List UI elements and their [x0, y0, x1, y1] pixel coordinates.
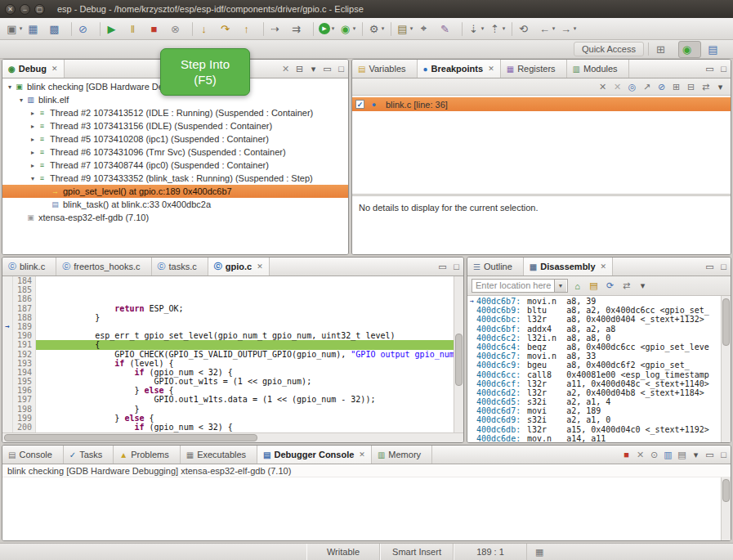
disassembly-row[interactable]: 400dc6d5: s32i a2, a1, 4 [467, 397, 721, 406]
view-menu-icon[interactable]: ▾ [306, 61, 320, 76]
remove-all-breakpoints-icon[interactable]: ✕ [610, 79, 624, 94]
expander-icon[interactable]: ▸ [29, 149, 37, 156]
tab-gpio-c[interactable]: ⓒ gpio.c ✕ [208, 258, 270, 276]
tab-freertos-hooks-c[interactable]: ⓒ freertos_hooks.c [56, 258, 151, 276]
maximize-view-icon[interactable]: □ [717, 259, 731, 274]
tab-debugger-console[interactable]: ▤ Debugger Console ✕ [257, 446, 372, 464]
close-tab-icon[interactable]: ✕ [257, 262, 263, 271]
back-icon[interactable]: ← ▾ [537, 20, 558, 38]
disassembly-row[interactable]: 400dc6bf: addx4 a8, a2, a8 [467, 325, 721, 334]
expander-icon[interactable]: ▸ [29, 123, 37, 130]
disconnect-icon[interactable]: ⊗ [168, 20, 189, 38]
maximize-view-icon[interactable]: □ [717, 61, 731, 76]
open-perspective-icon[interactable]: ⊞ [653, 41, 674, 58]
tab-memory[interactable]: ▥ Memory [372, 446, 432, 464]
save-all-icon[interactable]: ▩ [47, 20, 68, 38]
scrollbar-thumb[interactable] [722, 479, 730, 502]
save-icon[interactable]: ▦ [25, 20, 47, 38]
disassembly-row[interactable]: 400dc6c2: l32i.n a8, a8, 0 [467, 334, 721, 343]
toolbar-separator[interactable] [263, 22, 264, 36]
disassembly-scrollbar[interactable] [721, 296, 731, 442]
tab-console[interactable]: ▤ Console [2, 446, 64, 464]
disassembly-row[interactable]: 400dc6c4: beqz a8, 0x400dc6cc <gpio_set_… [467, 343, 721, 352]
link-with-active-debug-icon[interactable]: ⇄ [619, 279, 633, 293]
debug-perspective-icon[interactable]: ◉ [678, 41, 701, 58]
quick-access-button[interactable]: Quick Access [574, 42, 644, 56]
expander-icon[interactable]: ▾ [6, 83, 14, 91]
pin-console-icon[interactable]: ⊙ [647, 447, 661, 462]
expander-icon[interactable]: ▸ [29, 136, 37, 143]
tab-executables[interactable]: ▦ Executables [181, 446, 257, 464]
window-close-button[interactable]: ✕ [5, 4, 16, 15]
previous-annotation-icon[interactable]: ⇡ ▾ [487, 20, 508, 38]
maximize-view-icon[interactable]: □ [717, 447, 731, 462]
skip-all-breakpoints-icon[interactable]: ⊘ [655, 79, 668, 94]
tab-outline[interactable]: ☰ Outline [467, 258, 524, 276]
expander-icon[interactable]: ▸ [29, 110, 37, 117]
debug-thread-item[interactable]: ▸ ≡ Thread #7 1073408744 (ipc0) (Suspend… [2, 159, 348, 172]
tab-registers[interactable]: ▦ Registers [501, 60, 567, 78]
minimize-view-icon[interactable]: ▭ [703, 61, 717, 76]
minimize-view-icon[interactable]: ▭ [320, 61, 334, 76]
toolbar-separator[interactable] [512, 22, 512, 36]
expander-icon[interactable]: ▾ [29, 175, 37, 182]
refresh-view-icon[interactable]: ⟳ [603, 279, 617, 293]
editor-vertical-scrollbar[interactable] [454, 276, 463, 432]
disassembly-row[interactable]: 400dc6c9: bgeu a8, 0x400dc6f2 <gpio_set_ [467, 361, 721, 370]
disassembly-row[interactable]: 400dc6d9: s32i a2, a1, 0 [467, 415, 721, 424]
forward-icon[interactable]: → ▾ [558, 20, 579, 38]
show-breakpoints-for-icon[interactable]: ◎ [625, 79, 639, 94]
new-dropdown-icon[interactable]: ▣ ▾ [4, 20, 25, 38]
search-icon[interactable]: ⌖ [416, 20, 437, 38]
disassembly-row[interactable]: 400dc6cc: call8 0x40081e00 <esp_log_time… [467, 370, 721, 379]
window-minimize-button[interactable]: – [20, 4, 30, 15]
link-with-debug-view-icon[interactable]: ⇄ [699, 79, 713, 94]
debug-thread-item[interactable]: ▸ ≡ Thread #5 1073410208 (ipc1) (Suspend… [2, 132, 348, 146]
collapse-all-icon[interactable]: ⊟ [684, 79, 698, 94]
progress-monitor-icon[interactable]: ▦ [535, 547, 543, 558]
disassembly-row[interactable]: 400dc6bc: l32r a8, 0x400d0404 <_stext+11… [467, 315, 721, 324]
remove-launch-icon[interactable]: ✕ [633, 447, 647, 462]
last-edit-location-icon[interactable]: ⟲ [516, 20, 537, 38]
toolbar-separator[interactable] [362, 22, 363, 36]
remove-all-terminated-icon[interactable]: ✕ [279, 61, 293, 76]
new-source-file-icon[interactable]: ▤ ▾ [395, 20, 416, 38]
tab-modules[interactable]: ▥ Modules [567, 60, 629, 78]
resume-icon[interactable]: ▶ [104, 20, 125, 38]
code-line[interactable]: esp_err_t gpio_set_level(gpio_num_t gpio… [36, 322, 454, 331]
minimize-view-icon[interactable]: ▭ [703, 259, 717, 274]
show-source-icon[interactable]: ▤ [587, 279, 601, 293]
cpp-perspective-icon[interactable]: ▤ [705, 41, 726, 58]
stack-frame[interactable]: ▤ blink_task() at blink.c:33 0x400dbc2a [2, 198, 348, 211]
display-selected-console-icon[interactable]: ▥ ▾ [661, 447, 675, 462]
disassembly-row[interactable]: 400dc6db: l32r a15, 0x400d04c0 <_stext+1… [467, 425, 721, 434]
tab-disassembly[interactable]: ▦ Disassembly ✕ [524, 258, 613, 276]
console-output[interactable]: Breakpoint 4, blink_task (pvParameter=0x… [2, 477, 721, 540]
skip-all-breakpoints-icon[interactable]: ⊘ [75, 20, 96, 38]
view-menu-icon[interactable]: ▾ [636, 279, 650, 293]
debug-thread-item[interactable]: ▾ ≡ Thread #9 1073433352 (blink_task : R… [2, 172, 348, 185]
maximize-view-icon[interactable]: □ [449, 259, 463, 274]
external-tools-icon[interactable]: ⚙ ▾ [366, 20, 387, 38]
mark-occurrences-icon[interactable]: ✎ [437, 20, 458, 38]
tab-problems[interactable]: ▲ Problems [114, 446, 180, 464]
toolbar-separator[interactable] [71, 22, 72, 36]
tab-breakpoints[interactable]: ● Breakpoints ✕ [418, 60, 501, 78]
open-console-icon[interactable]: ▤ ▾ [675, 447, 689, 462]
tab-tasks-c[interactable]: ⓒ tasks.c [152, 258, 208, 276]
step-return-icon[interactable]: ↑ [239, 20, 260, 38]
terminate-icon[interactable]: ■ [146, 20, 168, 38]
disassembly-row[interactable]: 400dc6de: mov.n a14, a11 [467, 434, 721, 442]
close-tab-icon[interactable]: ✕ [51, 65, 58, 73]
toolbar-separator[interactable] [192, 22, 193, 36]
remove-breakpoint-icon[interactable]: ✕ [596, 79, 610, 94]
breakpoint-checkbox[interactable]: ✓ [355, 100, 364, 109]
breakpoint-item[interactable]: ✓ ● blink.c [line: 36] [352, 97, 731, 111]
scrollbar-thumb[interactable] [455, 334, 463, 386]
expand-all-icon[interactable]: ⊞ [669, 79, 683, 94]
location-combo[interactable]: Enter location here ▼ [472, 279, 568, 293]
toolbar-separator[interactable] [462, 22, 463, 36]
disassembly-row[interactable]: 400dc6c7: movi.n a8, 33 [467, 352, 721, 361]
tab-debug[interactable]: ◉ Debug ✕ [2, 60, 65, 78]
scrollbar-thumb[interactable] [722, 298, 730, 346]
